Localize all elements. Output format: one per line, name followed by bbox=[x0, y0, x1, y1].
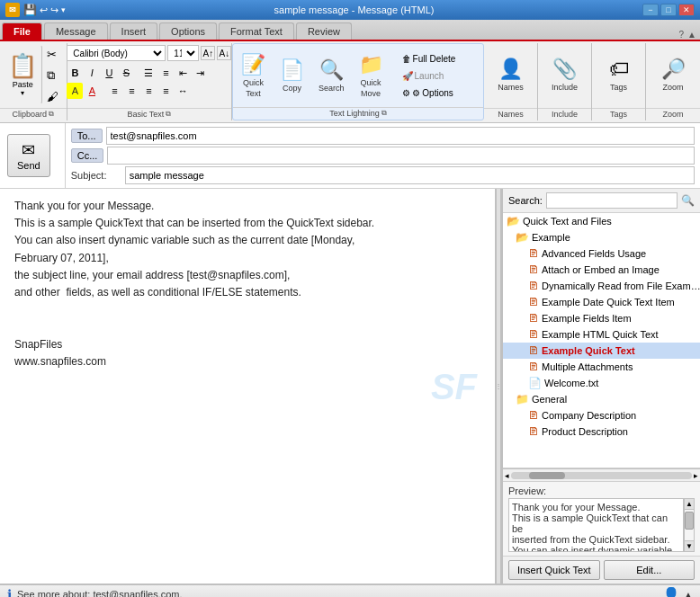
bold-button[interactable]: B bbox=[67, 65, 83, 81]
hscroll-left-btn[interactable]: ◂ bbox=[505, 471, 509, 480]
quick-access-redo[interactable]: ↪ bbox=[50, 4, 58, 16]
to-button[interactable]: To... bbox=[71, 129, 103, 143]
font-size-select[interactable]: 11 bbox=[167, 45, 199, 61]
tree-group-general[interactable]: 📁 General bbox=[503, 391, 700, 407]
compose-area[interactable]: Thank you for your Message. This is a sa… bbox=[0, 189, 496, 584]
highlight-button[interactable]: A bbox=[67, 83, 83, 99]
compose-line-3: You can also insert dynamic variable suc… bbox=[14, 232, 480, 249]
sidebar-search-input[interactable] bbox=[546, 192, 678, 209]
tree-item-advanced[interactable]: 🖹 Advanced Fields Usage bbox=[503, 245, 700, 262]
txt-icon-1: 📄 bbox=[528, 377, 542, 389]
tree-item-html[interactable]: 🖹 Example HTML Quick Text bbox=[503, 326, 700, 343]
tab-formattext[interactable]: Format Text bbox=[219, 22, 294, 40]
search-large-icon: 🔍 bbox=[319, 58, 344, 82]
cc-button[interactable]: Cc... bbox=[71, 148, 104, 163]
numbering-button[interactable]: ≡ bbox=[157, 65, 174, 81]
quick-access-undo[interactable]: ↩ bbox=[40, 4, 48, 16]
launch-button[interactable]: 🚀 Launch bbox=[398, 68, 461, 84]
tree-group-example[interactable]: 📂 Example bbox=[503, 229, 700, 245]
tree-item-company[interactable]: 🖹 Company Description bbox=[503, 407, 700, 423]
edit-button[interactable]: Edit... bbox=[604, 560, 696, 580]
tl-arrow[interactable]: ⧉ bbox=[381, 109, 387, 118]
format-painter-button[interactable]: 🖌 bbox=[42, 87, 63, 106]
names-button[interactable]: 👤 Names bbox=[491, 45, 530, 104]
sidebar: Search: 🔍 📂 Quick Text and Files 📂 Examp… bbox=[502, 189, 700, 584]
send-button[interactable]: ✉ Send bbox=[7, 134, 50, 177]
full-delete-button[interactable]: 🗑 Full Delete bbox=[398, 51, 461, 67]
align-right-button[interactable]: ≡ bbox=[140, 83, 157, 99]
sidebar-action-buttons: Insert Quick Text Edit... bbox=[503, 556, 700, 584]
font-shrink-button[interactable]: A↓ bbox=[217, 46, 231, 60]
options-button[interactable]: ⚙ ⚙ Options bbox=[398, 85, 461, 101]
resize-handle[interactable]: ⋮ bbox=[496, 189, 501, 584]
sidebar-search-icon[interactable]: 🔍 bbox=[681, 194, 695, 207]
tree-item-attach[interactable]: 🖹 Attach or Embed an Image bbox=[503, 262, 700, 278]
paste-icon: 📋 bbox=[8, 52, 37, 80]
tree-item-dynamic[interactable]: 🖹 Dynamically Read from File Exam… bbox=[503, 278, 700, 294]
tree-group-general-label: General bbox=[532, 394, 567, 405]
tree-item-product[interactable]: 🖹 Product Description bbox=[503, 423, 700, 440]
paste-button[interactable]: 📋 Paste ▾ bbox=[4, 45, 42, 104]
close-button[interactable]: ✕ bbox=[678, 4, 695, 16]
basictext-arrow[interactable]: ⧉ bbox=[166, 110, 171, 119]
preview-vscroll[interactable]: ▲ ▼ bbox=[684, 498, 695, 552]
tab-insert[interactable]: Insert bbox=[110, 22, 158, 40]
cut-button[interactable]: ✂ bbox=[42, 45, 63, 64]
to-input[interactable] bbox=[106, 127, 696, 145]
format-painter-icon: 🖌 bbox=[47, 90, 58, 103]
ribbon-group-basictext: Calibri (Body) 11 A↑ A↓ B I U S ☰ ≡ bbox=[67, 43, 232, 120]
indent-increase-button[interactable]: ⇥ bbox=[192, 65, 208, 81]
expand-icon[interactable]: ▲ bbox=[687, 30, 696, 40]
include-button[interactable]: 📎 Include bbox=[545, 45, 584, 104]
tab-options[interactable]: Options bbox=[159, 22, 217, 40]
preview-scroll-thumb[interactable] bbox=[685, 512, 694, 530]
bullets-button[interactable]: ☰ bbox=[140, 65, 157, 81]
tree-item-quicktext[interactable]: 🖹 Example Quick Text bbox=[503, 343, 700, 359]
tab-review[interactable]: Review bbox=[296, 22, 352, 40]
minimize-button[interactable]: − bbox=[642, 4, 659, 16]
indent-decrease-button[interactable]: ⇤ bbox=[175, 65, 191, 81]
tree-item-fields[interactable]: 🖹 Example Fields Item bbox=[503, 310, 700, 326]
maximize-button[interactable]: □ bbox=[660, 4, 677, 16]
insert-quick-text-button[interactable]: Insert Quick Text bbox=[508, 560, 600, 580]
font-family-select[interactable]: Calibri (Body) bbox=[67, 45, 166, 61]
search-large-button[interactable]: 🔍 Search bbox=[312, 46, 351, 105]
italic-button[interactable]: I bbox=[84, 65, 100, 81]
subject-input[interactable] bbox=[125, 166, 695, 184]
preview-scroll-down[interactable]: ▼ bbox=[685, 540, 694, 551]
quick-text-button[interactable]: 📝 Quick Text bbox=[235, 46, 272, 105]
tree-item-welcome[interactable]: 📄 Welcome.txt bbox=[503, 375, 700, 391]
font-color-button[interactable]: A bbox=[84, 83, 100, 99]
zoom-button[interactable]: 🔎 Zoom bbox=[655, 45, 692, 104]
preview-scroll-up[interactable]: ▲ bbox=[685, 499, 694, 510]
align-left-button[interactable]: ≡ bbox=[106, 83, 122, 99]
quick-access-more[interactable]: ▾ bbox=[61, 5, 66, 14]
tags-icon: 🏷 bbox=[609, 58, 629, 81]
rtl-button[interactable]: ↔ bbox=[175, 83, 191, 99]
justify-button[interactable]: ≡ bbox=[157, 83, 174, 99]
quick-move-button[interactable]: 📁 Quick Move bbox=[353, 46, 390, 105]
copy-button[interactable]: ⧉ bbox=[42, 66, 63, 85]
hscroll-thumb[interactable] bbox=[529, 472, 565, 479]
cc-input[interactable] bbox=[107, 147, 695, 165]
copy-large-button[interactable]: 📄 Copy bbox=[274, 46, 310, 105]
clipboard-arrow[interactable]: ⧉ bbox=[49, 110, 54, 119]
quick-access-save[interactable]: 💾 bbox=[23, 4, 37, 16]
tree-item-multiattach[interactable]: 🖹 Multiple Attachments bbox=[503, 359, 700, 375]
underline-button[interactable]: U bbox=[101, 65, 117, 81]
file-icon-11: 🖹 bbox=[528, 425, 539, 438]
hscroll-right-btn[interactable]: ▸ bbox=[694, 471, 698, 480]
status-scroll-up[interactable]: ▲ bbox=[684, 590, 693, 598]
tree-hscrollbar[interactable]: ◂ ▸ bbox=[503, 468, 700, 481]
tree-root[interactable]: 📂 Quick Text and Files bbox=[503, 213, 700, 229]
tags-button[interactable]: 🏷 Tags bbox=[601, 45, 637, 104]
clipboard-small-buttons: ✂ ⧉ 🖌 bbox=[42, 45, 63, 106]
tab-file[interactable]: File bbox=[2, 22, 42, 40]
tree-item-date[interactable]: 🖹 Example Date Quick Text Item bbox=[503, 294, 700, 310]
send-area: ✉ Send bbox=[0, 123, 66, 188]
font-grow-button[interactable]: A↑ bbox=[201, 46, 215, 60]
tab-message[interactable]: Message bbox=[44, 22, 108, 40]
help-icon[interactable]: ? bbox=[679, 30, 685, 40]
align-center-button[interactable]: ≡ bbox=[123, 83, 139, 99]
strikethrough-button[interactable]: S bbox=[118, 65, 134, 81]
